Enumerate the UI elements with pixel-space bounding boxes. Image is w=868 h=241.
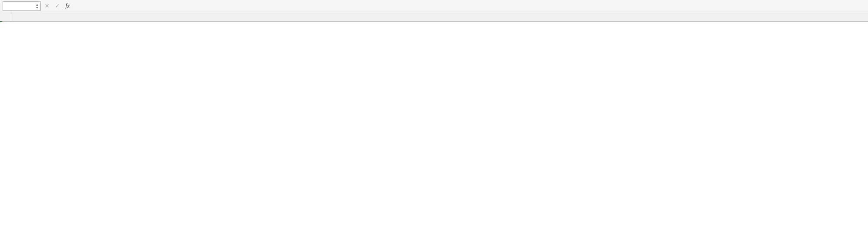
formula-bar: ▲ ▼ ✕ ✓ fx xyxy=(0,0,868,12)
name-box[interactable]: ▲ ▼ xyxy=(3,1,41,11)
formula-input[interactable] xyxy=(74,1,868,11)
name-box-stepper[interactable]: ▲ ▼ xyxy=(36,3,39,9)
chevron-down-icon: ▼ xyxy=(36,6,39,9)
column-headers-row xyxy=(0,12,868,22)
chevron-up-icon: ▲ xyxy=(36,3,39,6)
accept-icon[interactable]: ✓ xyxy=(53,1,62,11)
spreadsheet-grid[interactable] xyxy=(0,12,868,22)
select-all-corner[interactable] xyxy=(0,12,11,21)
fx-icon[interactable]: fx xyxy=(63,1,72,11)
cancel-icon[interactable]: ✕ xyxy=(42,1,51,11)
